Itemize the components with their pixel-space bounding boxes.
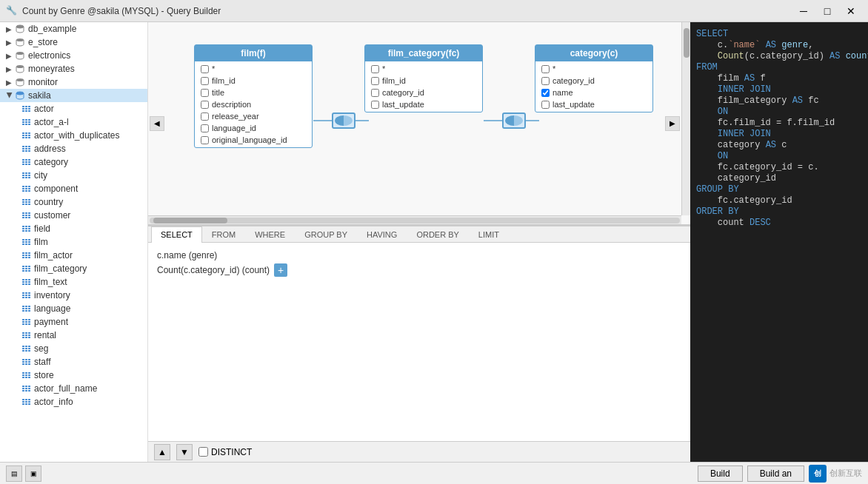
field-checkbox-star[interactable]: [371, 65, 379, 73]
sidebar-item-actor_info[interactable]: actor_info: [0, 395, 147, 409]
move-up-button[interactable]: ▲: [154, 444, 170, 460]
sidebar-item-category[interactable]: category: [0, 155, 147, 169]
sidebar-item-inventory[interactable]: inventory: [0, 289, 147, 302]
table-row-star[interactable]: *: [535, 63, 652, 75]
table-row-star[interactable]: *: [195, 63, 312, 75]
table-row-description[interactable]: description: [195, 98, 312, 110]
field-checkbox-language_id[interactable]: [201, 124, 209, 132]
close-button[interactable]: ✕: [840, 4, 862, 19]
sidebar-item-film_category[interactable]: film_category: [0, 262, 147, 275]
status-btn-2[interactable]: ▣: [25, 465, 41, 482]
sidebar-item-film_text[interactable]: film_text: [0, 275, 147, 289]
minimize-button[interactable]: ─: [792, 4, 815, 19]
canvas-nav-left[interactable]: ◀: [150, 116, 164, 131]
table-row-last_update[interactable]: last_update: [365, 98, 482, 110]
sidebar-scroll[interactable]: ▶ db_example ▶ e_store ▶ electronics: [0, 22, 147, 462]
sql-line-cat: category AS c: [696, 140, 862, 150]
sidebar-item-country[interactable]: country: [0, 195, 147, 209]
sidebar-item-actor_with_duplicates[interactable]: actor_with_duplicates: [0, 129, 147, 142]
sidebar-item-seg[interactable]: seg: [0, 342, 147, 355]
sidebar-item-address[interactable]: address: [0, 142, 147, 155]
canvas-nav-right[interactable]: ▶: [665, 116, 680, 131]
sidebar-item-component[interactable]: component: [0, 182, 147, 195]
sidebar-item-payment[interactable]: payment: [0, 315, 147, 329]
table-row-film_id[interactable]: film_id: [365, 75, 482, 87]
status-btn-1[interactable]: ▤: [6, 465, 22, 482]
table-row-name[interactable]: name: [535, 87, 652, 98]
field-label: language_id: [212, 124, 256, 132]
database-icon: [15, 64, 25, 74]
bottom-tab-having[interactable]: HAVING: [357, 226, 407, 242]
field-checkbox-description[interactable]: [201, 101, 209, 109]
table-row-language_id[interactable]: language_id: [195, 122, 312, 134]
table-row-star[interactable]: *: [365, 63, 482, 75]
field-checkbox-last_update[interactable]: [541, 101, 550, 109]
sidebar-item-moneyrates[interactable]: ▶ moneyrates: [0, 62, 147, 75]
bottom-tab-from[interactable]: FROM: [202, 226, 245, 242]
sidebar-item-sakila[interactable]: ▶ sakila: [0, 89, 147, 102]
table-row-original_language_id[interactable]: original_language_id: [195, 134, 312, 146]
maximize-button[interactable]: □: [816, 4, 838, 19]
table-row-category_id[interactable]: category_id: [535, 75, 652, 87]
bottom-tab-limit[interactable]: LIMIT: [469, 226, 509, 242]
table-grid-icon: [22, 386, 30, 391]
field-checkbox-star[interactable]: [201, 65, 209, 73]
sidebar-item-store[interactable]: store: [0, 369, 147, 382]
field-checkbox-title[interactable]: [201, 89, 209, 97]
select-item-text-0: c.name (genre): [157, 250, 217, 261]
add-field-button[interactable]: +: [274, 263, 287, 277]
sidebar-item-staff[interactable]: staff: [0, 355, 147, 369]
field-checkbox-category_id[interactable]: [541, 77, 550, 85]
sidebar-table-label: payment: [34, 317, 68, 327]
sidebar-item-actor_full_name[interactable]: actor_full_name: [0, 382, 147, 395]
table-grid-icon: [22, 199, 30, 205]
field-checkbox-name[interactable]: [541, 89, 550, 97]
field-checkbox-last_update[interactable]: [371, 101, 379, 109]
sidebar-item-field[interactable]: field: [0, 222, 147, 235]
bottom-tab-select[interactable]: SELECT: [151, 226, 202, 243]
center-area: ◀ ▶: [148, 22, 690, 462]
field-checkbox-film_id[interactable]: [201, 77, 209, 85]
field-label: *: [382, 64, 385, 73]
sidebar-table-label: actor_a-l: [34, 117, 69, 127]
sidebar-item-electronics[interactable]: ▶ electronics: [0, 49, 147, 62]
join-badge-2[interactable]: [502, 112, 526, 129]
build-button[interactable]: Build: [698, 465, 743, 482]
sidebar-item-language[interactable]: language: [0, 302, 147, 315]
field-checkbox-film_id[interactable]: [371, 77, 379, 85]
sidebar-table-label: actor_with_duplicates: [34, 130, 119, 141]
field-checkbox-category_id[interactable]: [371, 89, 379, 97]
field-label: last_update: [552, 100, 595, 109]
sidebar-item-film_actor[interactable]: film_actor: [0, 249, 147, 262]
table-row-release_year[interactable]: release_year: [195, 110, 312, 122]
field-checkbox-star[interactable]: [541, 65, 550, 73]
build-and-button[interactable]: Build an: [747, 465, 804, 482]
field-checkbox-release_year[interactable]: [201, 112, 209, 121]
sidebar-item-actor[interactable]: actor: [0, 102, 147, 115]
bottom-tab-order-by[interactable]: ORDER BY: [407, 226, 468, 242]
sidebar-table-label: film_category: [34, 263, 87, 274]
sidebar-label: moneyrates: [28, 64, 75, 74]
sidebar-item-e_store[interactable]: ▶ e_store: [0, 36, 147, 49]
table-row-last_update[interactable]: last_update: [535, 98, 652, 110]
bottom-tab-where[interactable]: WHERE: [245, 226, 295, 242]
bottom-tab-group-by[interactable]: GROUP BY: [295, 226, 357, 242]
table-row-category_id[interactable]: category_id: [365, 87, 482, 98]
distinct-checkbox[interactable]: [198, 447, 208, 457]
move-down-button[interactable]: ▼: [176, 444, 193, 460]
field-checkbox-original_language_id[interactable]: [201, 136, 209, 144]
sidebar-item-rental[interactable]: rental: [0, 329, 147, 342]
sidebar-item-actor_a-l[interactable]: actor_a-l: [0, 115, 147, 129]
expand-arrow: ▶: [6, 78, 13, 87]
sidebar-item-city[interactable]: city: [0, 169, 147, 182]
sidebar-item-customer[interactable]: customer: [0, 209, 147, 222]
sidebar-item-monitor[interactable]: ▶ monitor: [0, 75, 147, 89]
sidebar-label: sakila: [28, 90, 51, 101]
expand-arrow: ▶: [6, 65, 13, 73]
table-row-title[interactable]: title: [195, 87, 312, 98]
join-badge-1[interactable]: [332, 112, 355, 129]
sidebar-item-db_example[interactable]: ▶ db_example: [0, 22, 147, 36]
table-row-film_id[interactable]: film_id: [195, 75, 312, 87]
sidebar-table-label: actor_info: [34, 397, 73, 407]
sidebar-item-film[interactable]: film: [0, 235, 147, 249]
